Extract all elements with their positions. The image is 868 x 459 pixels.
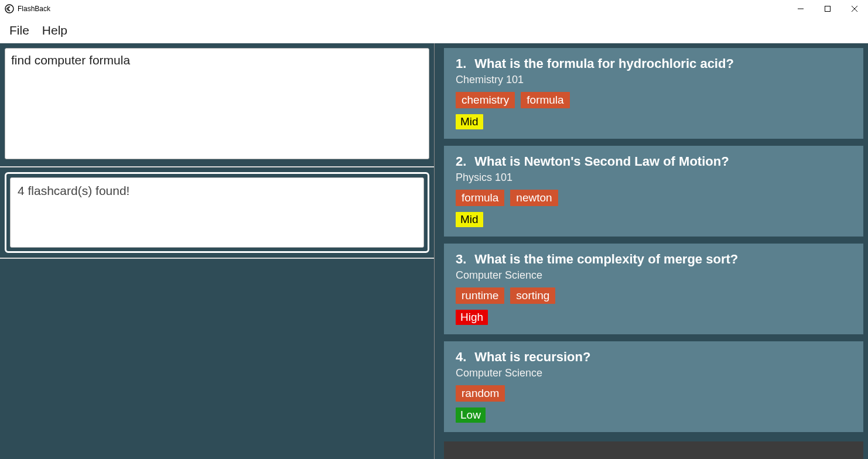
content-area: 4 flashcard(s) found! 1.What is the form… (0, 43, 868, 459)
left-spacer (0, 258, 434, 459)
card-title-row: 2.What is Newton's Second Law of Motion? (456, 154, 852, 169)
flashcard-item[interactable]: 2.What is Newton's Second Law of Motion?… (444, 146, 863, 237)
maximize-button[interactable] (814, 0, 841, 18)
left-pane: 4 flashcard(s) found! (0, 43, 435, 459)
window-title: FlashBack (18, 5, 50, 13)
card-priority-row: Mid (456, 212, 852, 227)
card-priority-row: High (456, 310, 852, 325)
tag-chip[interactable]: formula (521, 92, 569, 108)
card-number: 2. (456, 154, 466, 169)
card-subject: Chemistry 101 (456, 74, 852, 86)
result-wrap: 4 flashcard(s) found! (0, 166, 434, 258)
card-title-row: 3.What is the time complexity of merge s… (456, 252, 852, 267)
window-controls (787, 0, 868, 18)
card-tags: runtimesorting (456, 287, 852, 304)
card-question: What is recursion? (474, 350, 590, 365)
priority-badge: Mid (456, 114, 483, 129)
card-subject: Computer Science (456, 269, 852, 282)
list-footer-strip (444, 441, 863, 459)
card-title-row: 4.What is recursion? (456, 350, 852, 365)
flashcard-list[interactable]: 1.What is the formula for hydrochloric a… (435, 43, 868, 459)
priority-badge: Low (456, 407, 486, 423)
card-number: 4. (456, 350, 466, 365)
tag-chip[interactable]: formula (456, 190, 504, 206)
close-button[interactable] (841, 0, 868, 18)
command-input[interactable] (5, 48, 429, 159)
svg-rect-2 (825, 6, 831, 12)
card-subject: Physics 101 (456, 172, 852, 184)
app-icon (5, 4, 14, 13)
flashcard-item[interactable]: 1.What is the formula for hydrochloric a… (444, 48, 863, 139)
card-priority-row: Low (456, 407, 852, 423)
card-priority-row: Mid (456, 114, 852, 129)
card-number: 1. (456, 56, 466, 71)
card-number: 3. (456, 252, 466, 267)
card-title-row: 1.What is the formula for hydrochloric a… (456, 56, 852, 71)
tag-chip[interactable]: newton (510, 190, 558, 206)
card-subject: Computer Science (456, 367, 852, 379)
card-question: What is the formula for hydrochloric aci… (474, 56, 734, 71)
priority-badge: High (456, 310, 488, 325)
card-question: What is the time complexity of merge sor… (474, 252, 738, 267)
tag-chip[interactable]: sorting (510, 287, 555, 304)
card-tags: random (456, 385, 852, 402)
menubar: File Help (0, 18, 868, 43)
result-output: 4 flashcard(s) found! (10, 177, 424, 248)
tag-chip[interactable]: runtime (456, 287, 504, 304)
priority-badge: Mid (456, 212, 483, 227)
tag-chip[interactable]: random (456, 385, 505, 402)
command-wrap (0, 43, 434, 166)
card-tags: chemistryformula (456, 92, 852, 108)
result-message: 4 flashcard(s) found! (18, 184, 129, 197)
result-frame: 4 flashcard(s) found! (5, 172, 429, 253)
menu-file[interactable]: File (9, 23, 29, 37)
card-tags: formulanewton (456, 190, 852, 206)
flashcard-item[interactable]: 4.What is recursion?Computer Sciencerand… (444, 341, 863, 432)
titlebar: FlashBack (0, 0, 868, 18)
menu-help[interactable]: Help (42, 23, 67, 37)
card-question: What is Newton's Second Law of Motion? (474, 154, 729, 169)
tag-chip[interactable]: chemistry (456, 92, 515, 108)
minimize-button[interactable] (787, 0, 814, 18)
flashcard-item[interactable]: 3.What is the time complexity of merge s… (444, 244, 863, 334)
